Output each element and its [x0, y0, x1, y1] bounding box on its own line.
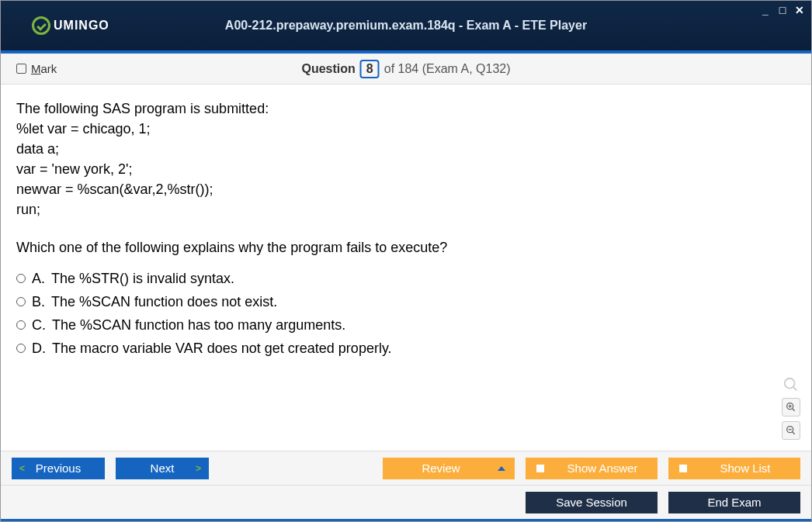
- end-exam-button[interactable]: End Exam: [668, 492, 800, 513]
- close-button[interactable]: ✕: [794, 4, 805, 16]
- chevron-right-icon: >: [196, 463, 201, 474]
- show-answer-button[interactable]: Show Answer: [526, 458, 658, 479]
- svg-line-3: [793, 409, 795, 411]
- search-icon[interactable]: [783, 376, 800, 393]
- code-line: %let var = chicago, 1;: [16, 119, 796, 139]
- option-d[interactable]: D. The macro variable VAR does not get c…: [16, 338, 796, 358]
- option-text: The %SCAN function does not exist.: [51, 292, 277, 312]
- zoom-controls: [782, 376, 800, 440]
- triangle-up-icon: [498, 466, 505, 471]
- window-controls: _ □ ✕: [760, 4, 805, 16]
- question-content: The following SAS program is submitted: …: [1, 85, 811, 451]
- zoom-out-button[interactable]: [782, 421, 800, 440]
- mark-label: Mark: [31, 62, 57, 75]
- question-label: Question: [302, 62, 356, 76]
- chevron-left-icon: <: [19, 463, 25, 474]
- button-label: Save Session: [556, 496, 627, 509]
- svg-point-0: [785, 379, 795, 389]
- option-text: The macro variable VAR does not get crea…: [52, 338, 392, 358]
- option-text: The %SCAN function has too many argument…: [52, 315, 345, 335]
- button-label: Previous: [36, 462, 81, 475]
- button-label: Next: [151, 462, 175, 475]
- stop-icon: [536, 465, 544, 472]
- app-window: UMINGO A00-212.prepaway.premium.exam.184…: [0, 0, 812, 522]
- option-text: The %STR() is invalid syntax.: [51, 268, 234, 289]
- question-header: Mark Question 8 of 184 (Exam A, Q132): [1, 54, 811, 85]
- mark-toggle[interactable]: Mark: [16, 62, 57, 75]
- option-c[interactable]: C. The %SCAN function has too many argum…: [16, 315, 796, 335]
- svg-line-1: [793, 387, 797, 391]
- svg-line-7: [793, 432, 795, 434]
- answer-options: A. The %STR() is invalid syntax. B. The …: [16, 268, 796, 358]
- show-list-button[interactable]: Show List: [668, 458, 800, 479]
- question-position: Question 8 of 184 (Exam A, Q132): [302, 60, 511, 78]
- navigation-bar: < Previous Next > Review Show Answer Sho…: [1, 451, 811, 485]
- button-label: End Exam: [707, 496, 761, 509]
- option-a[interactable]: A. The %STR() is invalid syntax.: [16, 268, 796, 289]
- radio-icon: [16, 320, 26, 330]
- code-line: data a;: [16, 139, 796, 159]
- question-intro: The following SAS program is submitted:: [16, 99, 796, 119]
- window-title: A00-212.prepaway.premium.exam.184q - Exa…: [225, 19, 587, 33]
- option-b[interactable]: B. The %SCAN function does not exist.: [16, 292, 796, 312]
- logo-check-icon: [32, 16, 50, 35]
- option-letter: A.: [32, 268, 45, 289]
- radio-icon: [16, 344, 26, 353]
- logo-text: UMINGO: [54, 19, 109, 33]
- code-line: newvar = %scan(&var,2,%str());: [16, 179, 796, 199]
- separator: [1, 519, 811, 521]
- question-text: The following SAS program is submitted: …: [16, 99, 796, 220]
- app-logo: UMINGO: [32, 16, 109, 35]
- save-session-button[interactable]: Save Session: [526, 492, 658, 513]
- minimize-button[interactable]: _: [760, 4, 771, 16]
- button-label: Review: [422, 462, 460, 475]
- next-button[interactable]: Next >: [116, 458, 209, 479]
- option-letter: B.: [32, 292, 45, 312]
- question-number[interactable]: 8: [360, 60, 380, 78]
- review-button[interactable]: Review: [383, 458, 515, 479]
- button-label: Show Answer: [555, 462, 658, 475]
- titlebar: UMINGO A00-212.prepaway.premium.exam.184…: [1, 1, 811, 50]
- maximize-button[interactable]: □: [777, 4, 788, 16]
- code-line: var = 'new york, 2';: [16, 159, 796, 179]
- session-bar: Save Session End Exam: [1, 485, 811, 519]
- question-total: of 184 (Exam A, Q132): [384, 62, 511, 76]
- option-letter: C.: [32, 315, 46, 335]
- question-prompt: Which one of the following explains why …: [16, 237, 796, 258]
- stop-icon: [679, 465, 687, 472]
- radio-icon: [16, 274, 26, 283]
- option-letter: D.: [32, 338, 46, 358]
- mark-checkbox-icon: [16, 64, 26, 74]
- radio-icon: [16, 297, 26, 306]
- previous-button[interactable]: < Previous: [12, 458, 105, 479]
- code-line: run;: [16, 199, 796, 220]
- zoom-in-button[interactable]: [782, 398, 800, 417]
- button-label: Show List: [698, 462, 800, 475]
